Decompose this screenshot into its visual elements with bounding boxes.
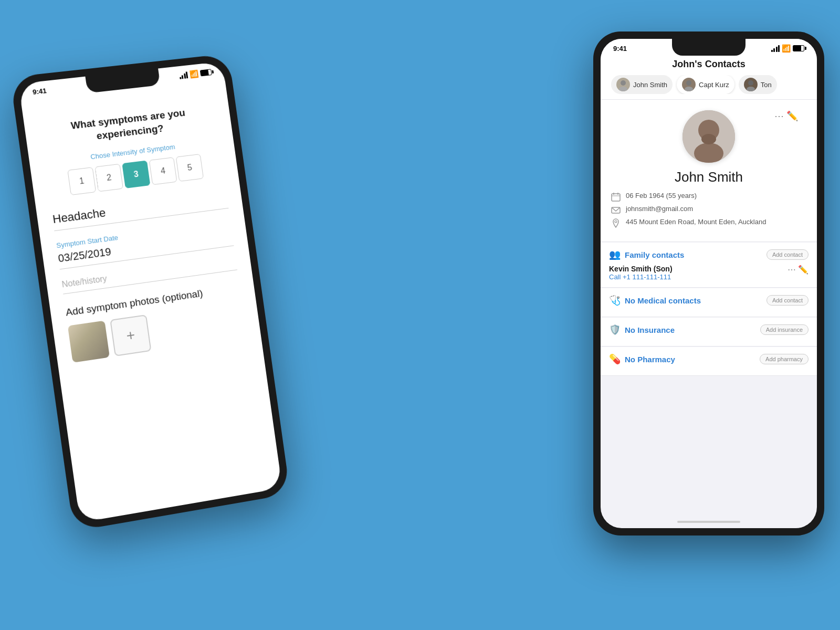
notch-right — [672, 39, 746, 56]
battery-icon-right — [793, 45, 804, 51]
medical-title-row: 🩺 No Medical contacts — [609, 295, 701, 306]
svg-rect-10 — [612, 194, 620, 201]
pharmacy-header: 💊 No Pharmacy Add pharmacy — [609, 353, 808, 365]
insurance-icon: 🛡️ — [609, 324, 621, 335]
profile-info: 06 Feb 1964 (55 years) johnsmith@gmail.c… — [611, 192, 806, 231]
insurance-header: 🛡️ No Insurance Add insurance — [609, 324, 808, 335]
intensity-4[interactable]: 4 — [149, 158, 177, 185]
svg-point-1 — [619, 87, 627, 91]
add-insurance-button[interactable]: Add insurance — [760, 324, 808, 335]
medical-header: 🩺 No Medical contacts Add contact — [609, 295, 808, 306]
svg-point-9 — [701, 134, 716, 144]
dob-row: 06 Feb 1964 (55 years) — [611, 192, 806, 202]
tab-ton-label: Ton — [761, 81, 772, 89]
kevin-smith-phone[interactable]: Call +1 111-111-111 — [609, 273, 673, 281]
dob-value: 06 Feb 1964 (55 years) — [626, 192, 697, 200]
wifi-icon-right: 📶 — [782, 44, 791, 52]
svg-point-15 — [615, 220, 617, 223]
phone-left-screen: 9:41 📶 What symptoms are you experiencin… — [18, 61, 282, 522]
pharmacy-title-row: 💊 No Pharmacy — [609, 353, 675, 365]
insurance-title-row: 🛡️ No Insurance — [609, 324, 675, 335]
medical-contacts-section: 🩺 No Medical contacts Add contact — [601, 288, 817, 317]
tab-john-smith[interactable]: John Smith — [611, 75, 673, 94]
tab-capt-kurz[interactable]: Capt Kurz — [677, 75, 734, 94]
status-icons-right: 📶 — [771, 44, 805, 52]
photo-thumbnail[interactable] — [68, 321, 110, 363]
add-pharmacy-button[interactable]: Add pharmacy — [760, 354, 808, 364]
time-left: 9:41 — [32, 87, 47, 96]
wifi-icon: 📶 — [189, 69, 199, 79]
svg-point-5 — [747, 87, 755, 91]
add-family-contact-button[interactable]: Add contact — [766, 249, 808, 260]
avatar-capt-svg — [682, 78, 696, 91]
signal-icon-right — [771, 45, 780, 52]
profile-name: John Smith — [675, 169, 743, 185]
add-medical-contact-button[interactable]: Add contact — [766, 295, 808, 306]
profile-avatar-svg — [682, 110, 735, 163]
contacts-tabs: John Smith Capt Kurz — [611, 75, 806, 94]
svg-point-0 — [621, 80, 626, 86]
symptom-screen: What symptoms are you experiencing? Chos… — [20, 77, 262, 375]
family-contacts-header: 👥 Family contacts Add contact — [609, 249, 808, 260]
intensity-1[interactable]: 1 — [67, 167, 96, 195]
home-indicator-right — [677, 521, 740, 523]
family-contacts-section: 👥 Family contacts Add contact Kevin Smit… — [601, 243, 817, 288]
pharmacy-section: 💊 No Pharmacy Add pharmacy — [601, 347, 817, 376]
contacts-title: John's Contacts — [611, 59, 806, 70]
svg-point-4 — [748, 80, 753, 86]
svg-point-2 — [686, 80, 691, 86]
insurance-title: No Insurance — [625, 326, 675, 334]
intensity-5[interactable]: 5 — [176, 154, 204, 182]
intensity-3[interactable]: 3 — [122, 161, 150, 188]
tab-john-label: John Smith — [633, 81, 667, 89]
avatar-ton-svg — [744, 78, 758, 91]
tab-capt-label: Capt Kurz — [699, 81, 729, 89]
edit-dots[interactable]: ⋯ ✏️ — [774, 110, 798, 122]
pharmacy-icon: 💊 — [609, 353, 621, 365]
address-value: 445 Mount Eden Road, Mount Eden, Aucklan… — [626, 218, 766, 226]
kevin-smith-info: Kevin Smith (Son) Call +1 111-111-111 — [609, 265, 673, 281]
profile-section: ⋯ ✏️ John Smith — [601, 100, 817, 242]
intensity-2[interactable]: 2 — [95, 164, 124, 192]
phone-right-screen: 9:41 📶 John's Contacts — [601, 39, 817, 528]
email-value: johnsmith@gmail.com — [626, 205, 693, 213]
contacts-screen-content: John's Contacts John Smith — [601, 55, 817, 528]
email-row: johnsmith@gmail.com — [611, 205, 806, 215]
avatar-capt-kurz — [682, 78, 696, 91]
phone-left: 9:41 📶 What symptoms are you experiencin… — [10, 54, 290, 531]
family-contacts-title: Family contacts — [625, 250, 684, 259]
medical-icon: 🩺 — [609, 295, 621, 306]
status-icons-left: 📶 — [178, 68, 212, 80]
battery-icon — [200, 69, 212, 76]
location-icon — [611, 218, 621, 228]
avatar-john-smith — [616, 78, 630, 91]
avatar-ton — [744, 78, 758, 91]
entry-dots-kevin[interactable]: ⋯ ✏️ — [788, 265, 808, 275]
avatar-john-svg — [616, 78, 630, 91]
email-icon — [611, 205, 621, 215]
address-row: 445 Mount Eden Road, Mount Eden, Aucklan… — [611, 218, 806, 228]
tab-ton[interactable]: Ton — [739, 75, 777, 94]
phone-right: 9:41 📶 John's Contacts — [593, 32, 824, 536]
kevin-smith-name: Kevin Smith (Son) — [609, 265, 673, 273]
calendar-icon — [611, 192, 621, 202]
contacts-header: John's Contacts John Smith — [601, 55, 817, 100]
signal-icon — [178, 71, 188, 79]
medical-contacts-title: No Medical contacts — [625, 296, 701, 305]
profile-avatar — [682, 110, 735, 163]
pharmacy-title: No Pharmacy — [625, 355, 675, 364]
add-photo-button[interactable]: + — [110, 314, 151, 356]
kevin-smith-entry: Kevin Smith (Son) Call +1 111-111-111 ⋯ … — [609, 265, 808, 281]
svg-point-3 — [685, 87, 693, 91]
insurance-section: 🛡️ No Insurance Add insurance — [601, 318, 817, 346]
family-icon: 👥 — [609, 249, 621, 260]
family-title-row: 👥 Family contacts — [609, 249, 684, 260]
time-right: 9:41 — [613, 45, 627, 52]
